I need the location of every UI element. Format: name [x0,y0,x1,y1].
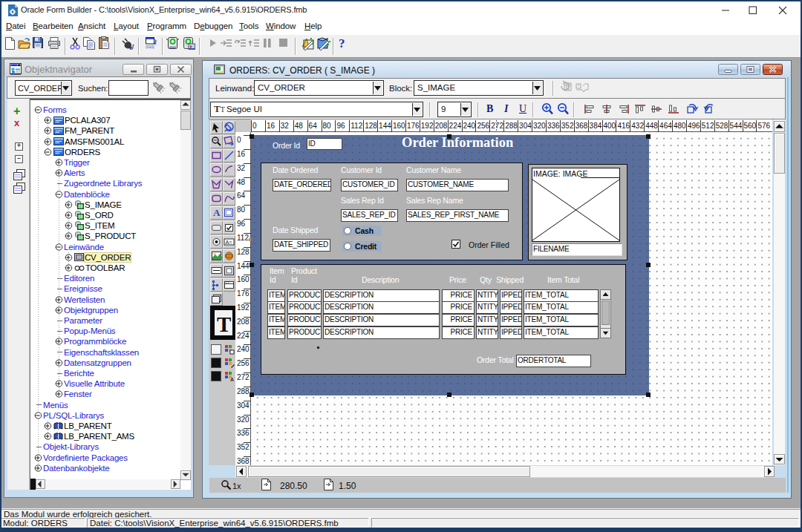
svg-text:(010): (010) [146,45,154,49]
svg-text:A: A [230,377,234,382]
svg-text:A=: A= [226,239,232,244]
svg-text:A: A [213,207,221,218]
